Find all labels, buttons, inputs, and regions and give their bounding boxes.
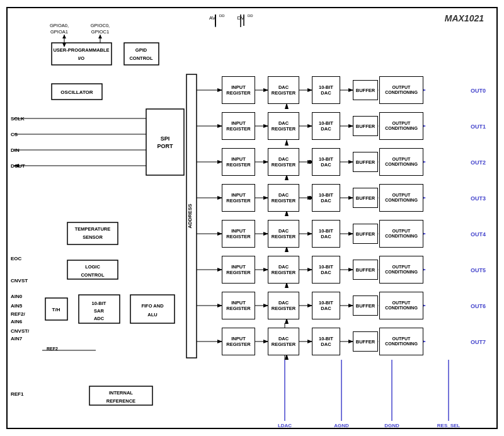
buffer-4: BUFFER: [353, 224, 378, 244]
svg-text:DV: DV: [237, 15, 244, 21]
diagram-container: MAX1021 SPI PORT: [6, 7, 498, 429]
svg-text:ALU: ALU: [147, 312, 157, 318]
svg-rect-139: [52, 84, 102, 100]
buffer-0: BUFFER: [353, 80, 378, 100]
out-cond-0: OUTPUTCONDITIONING: [379, 76, 423, 104]
svg-text:OUT5: OUT5: [471, 267, 486, 273]
dac-register-4: DACREGISTER: [268, 220, 299, 248]
buffer-2: BUFFER: [353, 152, 378, 172]
ten-bit-dac-4: 10-BITDAC: [312, 220, 340, 248]
input-register-2: INPUTREGISTER: [222, 148, 255, 176]
svg-text:OUT4: OUT4: [471, 231, 486, 238]
dac-register-6: DACREGISTER: [268, 292, 299, 319]
svg-marker-5: [146, 132, 151, 136]
svg-text:OUT0: OUT0: [471, 88, 486, 94]
svg-text:DOUT: DOUT: [11, 163, 25, 169]
ten-bit-dac-7: 10-BITDAC: [312, 328, 340, 355]
svg-text:GPID: GPID: [135, 47, 147, 53]
svg-text:DGND: DGND: [384, 423, 399, 428]
svg-text:EOC: EOC: [11, 256, 22, 261]
svg-marker-7: [146, 148, 151, 152]
svg-text:OUT3: OUT3: [471, 195, 486, 202]
dac-register-5: DACREGISTER: [268, 256, 299, 284]
dac-register-1: DACREGISTER: [268, 112, 299, 140]
svg-text:USER-PROGRAMMABLE: USER-PROGRAMMABLE: [53, 47, 109, 53]
out-cond-5: OUTPUTCONDITIONING: [379, 256, 423, 284]
input-register-0: INPUTREGISTER: [222, 76, 255, 104]
svg-text:REFERENCE: REFERENCE: [106, 398, 135, 404]
svg-text:AIN6: AIN6: [11, 319, 23, 324]
svg-text:AGND: AGND: [334, 423, 349, 428]
svg-text:RES_SEL: RES_SEL: [437, 423, 461, 428]
svg-text:SAR: SAR: [94, 308, 104, 314]
svg-text:CS: CS: [11, 132, 18, 137]
svg-rect-156: [89, 386, 152, 405]
svg-text:DIN: DIN: [11, 147, 20, 153]
dac-register-3: DACREGISTER: [268, 184, 299, 212]
svg-text:DD: DD: [219, 14, 225, 18]
buffer-1: BUFFER: [353, 116, 378, 136]
out-cond-7: OUTPUTCONDITIONING: [379, 328, 423, 355]
svg-text:REF2: REF2: [47, 347, 58, 351]
svg-marker-131: [98, 35, 102, 38]
chip-title: MAX1021: [445, 13, 484, 23]
svg-text:TEMPERATURE: TEMPERATURE: [75, 226, 111, 232]
svg-text:OUT1: OUT1: [471, 123, 486, 130]
svg-text:I/O: I/O: [78, 55, 84, 61]
svg-marker-132: [62, 43, 66, 47]
out-cond-2: OUTPUTCONDITIONING: [379, 148, 423, 176]
input-register-1: INPUTREGISTER: [222, 112, 255, 140]
buffer-3: BUFFER: [353, 188, 378, 208]
ten-bit-dac-2: 10-BITDAC: [312, 148, 340, 176]
svg-text:OSCILLATOR: OSCILLATOR: [60, 89, 93, 95]
input-register-5: INPUTREGISTER: [222, 256, 255, 284]
input-register-3: INPUTREGISTER: [222, 184, 255, 212]
ten-bit-dac-6: 10-BITDAC: [312, 292, 340, 319]
dac-register-0: DACREGISTER: [268, 76, 299, 104]
svg-rect-153: [130, 295, 175, 323]
input-register-7: INPUTREGISTER: [222, 328, 255, 355]
svg-text:10-BIT: 10-BIT: [92, 301, 106, 306]
svg-text:FIFO AND: FIFO AND: [141, 303, 164, 309]
dac-register-2: DACREGISTER: [268, 148, 299, 176]
svg-text:AIN0: AIN0: [11, 294, 23, 299]
svg-text:AIN5: AIN5: [11, 303, 23, 309]
svg-text:OUT6: OUT6: [471, 303, 486, 309]
svg-rect-13: [186, 74, 197, 358]
input-register-4: INPUTREGISTER: [222, 220, 255, 248]
svg-text:LDAC: LDAC: [278, 423, 292, 428]
svg-text:REF2/: REF2/: [11, 311, 25, 317]
out-cond-3: OUTPUTCONDITIONING: [379, 184, 423, 212]
svg-text:T/H: T/H: [52, 307, 60, 313]
buffer-7: BUFFER: [353, 331, 378, 352]
out-cond-4: OUTPUTCONDITIONING: [379, 220, 423, 248]
svg-text:GPIOC1: GPIOC1: [91, 29, 109, 35]
svg-text:GPIOC0,: GPIOC0,: [91, 23, 110, 28]
dac-register-7: DACREGISTER: [268, 328, 299, 355]
svg-text:OUT2: OUT2: [471, 159, 486, 166]
svg-text:DD: DD: [248, 14, 253, 18]
svg-text:GPIOA0,: GPIOA0,: [50, 23, 69, 28]
svg-rect-147: [79, 295, 120, 323]
svg-text:PORT: PORT: [157, 143, 173, 149]
svg-text:CONTROL: CONTROL: [81, 272, 104, 278]
input-register-6: INPUTREGISTER: [222, 292, 255, 319]
svg-text:SCLK: SCLK: [11, 116, 25, 122]
svg-marker-9: [14, 164, 19, 168]
svg-text:ADC: ADC: [94, 316, 105, 321]
buffer-5: BUFFER: [353, 260, 378, 280]
svg-text:REF1: REF1: [11, 391, 24, 397]
svg-text:SENSOR: SENSOR: [83, 234, 103, 240]
out-cond-6: OUTPUTCONDITIONING: [379, 292, 423, 319]
svg-rect-144: [67, 260, 118, 279]
svg-text:AV: AV: [209, 15, 216, 21]
ten-bit-dac-3: 10-BITDAC: [312, 184, 340, 212]
svg-text:CONTROL: CONTROL: [129, 55, 152, 61]
svg-rect-151: [45, 298, 67, 320]
svg-text:CNVST/: CNVST/: [11, 328, 30, 334]
svg-text:LOGIC: LOGIC: [85, 264, 100, 270]
ten-bit-dac-1: 10-BITDAC: [312, 112, 340, 140]
svg-text:AIN7: AIN7: [11, 336, 23, 341]
svg-marker-130: [62, 35, 66, 38]
wiring-svg: SPI PORT: [8, 8, 496, 428]
